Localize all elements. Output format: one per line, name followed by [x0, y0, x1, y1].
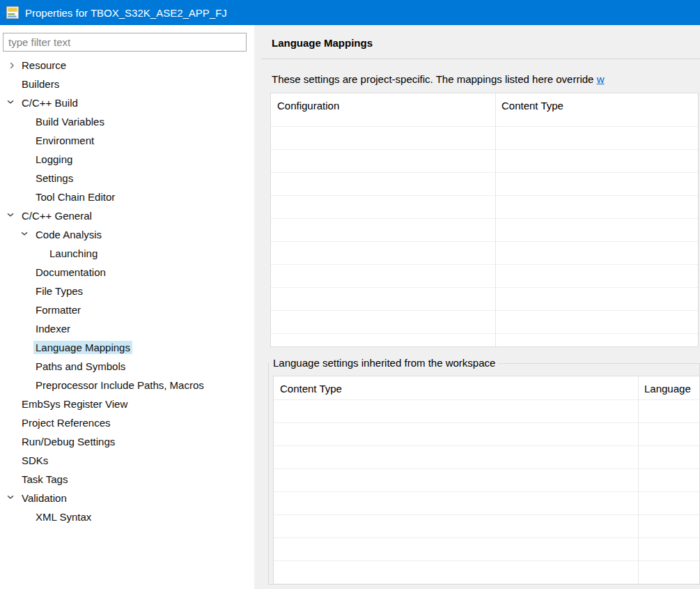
tree-item-run-debug-settings[interactable]: Run/Debug Settings [0, 432, 254, 451]
inherited-table-body [274, 400, 699, 585]
tree-spacer [18, 131, 33, 150]
tree-spacer [4, 451, 20, 470]
tree-spacer [18, 319, 33, 338]
tree-item-validation[interactable]: Validation [0, 489, 254, 507]
table-row[interactable] [274, 538, 699, 561]
column-header-configuration[interactable]: Configuration [271, 93, 495, 126]
tree-item-label: Builders [20, 77, 61, 91]
tree-spacer [4, 432, 20, 451]
tree-item-tool-chain-editor[interactable]: Tool Chain Editor [0, 188, 254, 206]
tree-item-file-types[interactable]: File Types [0, 282, 254, 300]
chevron-down-icon[interactable] [18, 225, 33, 244]
table-row[interactable] [271, 242, 698, 265]
inherited-settings-group: Content Type Language [268, 363, 700, 585]
tree-item-language-mappings[interactable]: Language Mappings [0, 338, 254, 357]
tree-spacer [18, 188, 33, 206]
table-row[interactable] [271, 150, 698, 173]
column-header-content-type[interactable]: Content Type [495, 93, 563, 126]
tree-item-launching[interactable]: Launching [0, 244, 254, 263]
tree-item-c-c-build[interactable]: C/C++ Build [0, 93, 254, 112]
tree-spacer [18, 376, 33, 395]
properties-tree: ResourceBuildersC/C++ BuildBuild Variabl… [0, 56, 254, 589]
tree-item-indexer[interactable]: Indexer [0, 319, 254, 338]
tree-item-environment[interactable]: Environment [0, 131, 254, 150]
tree-item-documentation[interactable]: Documentation [0, 263, 254, 282]
tree-item-build-variables[interactable]: Build Variables [0, 112, 254, 131]
table-row[interactable] [271, 311, 698, 334]
table-row[interactable] [271, 127, 698, 150]
table-row[interactable] [274, 561, 699, 584]
table-row[interactable] [271, 219, 698, 242]
table-row[interactable] [271, 196, 698, 219]
description-text: These settings are project-specific. The… [272, 73, 700, 85]
tree-item-preprocessor-include-paths-macros[interactable]: Preprocessor Include Paths, Macros [0, 376, 254, 395]
tree-item-label: EmbSys Register View [20, 397, 130, 411]
tree-item-label: Task Tags [20, 473, 70, 486]
tree-item-label: File Types [33, 284, 85, 298]
table-row[interactable] [274, 400, 699, 423]
properties-dialog: Properties for TBOX_S32K_ASE2_APP_FJ Res… [0, 0, 700, 589]
tree-item-sdks[interactable]: SDKs [0, 451, 254, 470]
inherited-table-header: Content Type Language [274, 376, 699, 400]
tree-item-xml-syntax[interactable]: XML Syntax [0, 507, 254, 526]
table-row[interactable] [274, 423, 699, 446]
tree-item-label: Logging [33, 153, 75, 166]
mappings-table-header: Configuration Content Type [271, 93, 698, 127]
tree-item-label: SDKs [20, 454, 50, 467]
tree-item-project-references[interactable]: Project References [0, 413, 254, 432]
chevron-down-icon[interactable] [4, 206, 20, 225]
column-header-language[interactable]: Language [638, 376, 691, 399]
tree-item-label: Indexer [33, 322, 72, 335]
tree-item-c-c-general[interactable]: C/C++ General [0, 206, 254, 225]
description-static: These settings are project-specific. The… [272, 73, 597, 85]
tree-item-label: Validation [20, 491, 69, 505]
table-row[interactable] [274, 492, 699, 515]
tree-spacer [4, 75, 20, 93]
table-row[interactable] [271, 173, 698, 196]
tree-item-builders[interactable]: Builders [0, 75, 254, 93]
tree-item-label: Project References [20, 416, 113, 429]
tree-item-label: XML Syntax [33, 510, 93, 523]
table-row[interactable] [274, 446, 699, 469]
tree-spacer [18, 300, 33, 319]
tree-item-logging[interactable]: Logging [0, 150, 254, 169]
tree-spacer [18, 357, 33, 376]
tree-spacer [32, 244, 47, 263]
tree-spacer [18, 169, 33, 188]
column-header-content-type-inherited[interactable]: Content Type [274, 376, 638, 399]
column-divider [638, 376, 639, 584]
chevron-down-icon[interactable] [4, 489, 20, 507]
tree-item-label: Run/Debug Settings [20, 435, 117, 448]
table-row[interactable] [271, 288, 698, 311]
workspace-settings-link[interactable]: w [597, 73, 605, 85]
header-separator [261, 59, 700, 59]
tree-item-label: Formatter [33, 303, 83, 316]
tree-item-label: Tool Chain Editor [33, 190, 117, 204]
tree-item-label: Preprocessor Include Paths, Macros [33, 378, 206, 392]
language-mappings-table: Configuration Content Type [270, 93, 699, 347]
app-icon [6, 6, 19, 19]
title-bar[interactable]: Properties for TBOX_S32K_ASE2_APP_FJ [0, 0, 700, 25]
tree-item-resource[interactable]: Resource [0, 56, 254, 75]
tree-item-label: Launching [47, 247, 100, 260]
table-row[interactable] [274, 469, 699, 492]
chevron-right-icon[interactable] [4, 56, 20, 75]
panel-splitter[interactable] [254, 25, 261, 589]
table-row[interactable] [274, 515, 699, 538]
tree-item-label: C/C++ Build [20, 96, 80, 109]
tree-spacer [18, 112, 33, 131]
tree-item-code-analysis[interactable]: Code Analysis [0, 225, 254, 244]
table-row[interactable] [271, 334, 698, 347]
table-row[interactable] [274, 584, 699, 585]
tree-item-task-tags[interactable]: Task Tags [0, 470, 254, 489]
tree-item-label: Environment [33, 134, 96, 147]
tree-item-settings[interactable]: Settings [0, 169, 254, 188]
tree-item-paths-and-symbols[interactable]: Paths and Symbols [0, 357, 254, 376]
tree-item-embsys-register-view[interactable]: EmbSys Register View [0, 395, 254, 413]
table-row[interactable] [271, 265, 698, 288]
tree-item-label: Build Variables [33, 115, 107, 128]
main-panel: Language Mappings These settings are pro… [261, 25, 700, 589]
chevron-down-icon[interactable] [4, 93, 20, 112]
filter-input[interactable] [3, 33, 247, 52]
tree-item-formatter[interactable]: Formatter [0, 300, 254, 319]
